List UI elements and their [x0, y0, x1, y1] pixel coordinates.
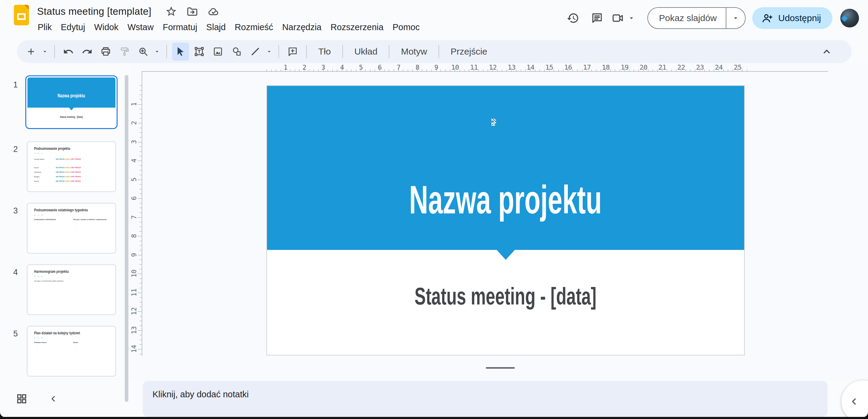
- add-comment-button[interactable]: [284, 42, 301, 61]
- slide-editor[interactable]: Nazwa projektu Status meeting - [data]: [267, 85, 745, 355]
- v-ruler-label: 9: [130, 251, 138, 259]
- status-row: Scope:ON TRACK / RISK / OFF TRACK: [34, 166, 81, 170]
- line-caret[interactable]: [265, 42, 274, 61]
- v-ruler-label: 2: [130, 119, 138, 127]
- insert-line-button[interactable]: [247, 42, 264, 61]
- menu-item-narzdzia[interactable]: Narzędzia: [278, 21, 326, 33]
- notes-placeholder: Kliknij, aby dodać notatki: [153, 389, 249, 399]
- accent-dashes: – – –: [34, 336, 43, 339]
- slide-number: 1: [13, 80, 18, 90]
- meet-camera-button[interactable]: [611, 12, 635, 24]
- v-ruler-label: 5: [130, 175, 138, 183]
- menu-item-wstaw[interactable]: Wstaw: [123, 21, 158, 33]
- vertical-ruler-line: [142, 71, 142, 356]
- menu-item-plik[interactable]: Plik: [33, 21, 56, 33]
- undo-button[interactable]: [60, 42, 77, 61]
- v-ruler-label: 1: [130, 100, 138, 108]
- theme-button[interactable]: Motyw: [394, 43, 434, 60]
- h-ruler-label: 7: [395, 64, 403, 71]
- slide-title-text[interactable]: Nazwa projektu: [409, 180, 602, 220]
- menu-item-widok[interactable]: Widok: [90, 21, 123, 33]
- menu-item-edytuj[interactable]: Edytuj: [56, 21, 90, 33]
- move-cursor-icon: [484, 118, 496, 131]
- present-button[interactable]: Pokaz slajdów: [648, 8, 726, 28]
- logo-fold: [24, 5, 29, 10]
- slide-subtitle-text[interactable]: Status meeting - [data]: [415, 283, 597, 309]
- filmstrip-scrollbar[interactable]: [125, 75, 128, 402]
- h-ruler-label: 4: [338, 64, 346, 71]
- h-ruler-label: 2: [301, 64, 308, 71]
- menu-item-rozmie[interactable]: Rozmieść: [230, 21, 278, 33]
- print-button[interactable]: [97, 42, 114, 61]
- insert-shape-button[interactable]: [228, 42, 245, 61]
- h-ruler-label: 17: [583, 64, 591, 71]
- account-avatar[interactable]: [840, 9, 859, 27]
- status-row: Schedule:ON TRACK / RISK / OFF TRACK: [34, 170, 81, 175]
- zoom-button[interactable]: [135, 42, 152, 61]
- horizontal-ruler-line: [142, 71, 828, 72]
- layout-button[interactable]: Układ: [347, 43, 385, 60]
- h-ruler-label: 21: [658, 64, 666, 71]
- new-slide-button[interactable]: [23, 42, 39, 61]
- text-box-button[interactable]: [191, 42, 208, 61]
- thumb-bullet: -: [76, 348, 113, 350]
- menu-item-rozszerzenia[interactable]: Rozszerzenia: [326, 21, 388, 33]
- thumb-title-band: [27, 78, 116, 108]
- redo-button[interactable]: [79, 42, 96, 61]
- menu-item-formatuj[interactable]: Formatuj: [158, 21, 202, 33]
- accent-dashes: – – –: [34, 275, 43, 278]
- thumb-col-header: Zrealizowane cele/działania:: [34, 218, 73, 220]
- person-add-icon: [761, 12, 773, 24]
- thumb-bullet: -: [76, 345, 113, 348]
- slides-logo-icon[interactable]: [14, 5, 29, 25]
- toolbar-separator: [342, 45, 343, 58]
- transition-button[interactable]: Przejście: [443, 43, 495, 60]
- h-ruler-label: 13: [508, 64, 516, 71]
- side-panel-toggle-button[interactable]: [841, 381, 868, 417]
- slide-canvas-area[interactable]: 1234567891011121314151617181920212223242…: [130, 63, 868, 381]
- h-ruler-label: 8: [413, 64, 421, 71]
- document-title[interactable]: Status meeting [template]: [37, 6, 151, 17]
- screen-bottom-edge: [0, 417, 868, 419]
- collapse-filmstrip-icon[interactable]: [49, 394, 58, 404]
- present-split-button: Pokaz slajdów: [647, 7, 746, 29]
- notes-resize-handle[interactable]: [486, 367, 515, 369]
- v-ruler-label: 10: [130, 270, 138, 278]
- star-icon[interactable]: [165, 5, 177, 18]
- toolbar: Tło Układ Motyw Przejście: [17, 40, 852, 63]
- h-ruler-label: 16: [564, 64, 572, 71]
- speaker-notes-panel[interactable]: Kliknij, aby dodać notatki: [143, 381, 828, 417]
- toolbar-separator: [166, 45, 167, 58]
- v-ruler-label: 4: [130, 157, 138, 164]
- present-options-caret[interactable]: [726, 8, 745, 28]
- h-ruler-label: 3: [319, 64, 327, 71]
- background-button[interactable]: Tło: [311, 43, 338, 60]
- collapse-toolbar-button[interactable]: [816, 40, 837, 63]
- h-ruler-label: 22: [677, 64, 685, 71]
- share-button[interactable]: Udostępnij: [752, 7, 832, 29]
- h-ruler-label: 12: [489, 64, 497, 71]
- cloud-saved-icon[interactable]: [207, 5, 220, 18]
- comments-icon[interactable]: [587, 8, 607, 28]
- version-history-icon[interactable]: [563, 8, 583, 28]
- paint-format-button[interactable]: [116, 42, 133, 61]
- zoom-caret[interactable]: [153, 42, 161, 61]
- menu-bar: PlikEdytujWidokWstawFormatujSlajdRozmieś…: [33, 21, 424, 33]
- h-ruler-label: 14: [527, 64, 534, 71]
- h-ruler-label: 24: [715, 64, 723, 71]
- select-tool-button[interactable]: [172, 42, 189, 61]
- move-to-folder-icon[interactable]: [186, 5, 198, 18]
- menu-item-slajd[interactable]: Slajd: [202, 21, 230, 33]
- grid-view-icon[interactable]: [16, 393, 28, 405]
- h-ruler-label: 20: [640, 64, 647, 71]
- insert-image-button[interactable]: [210, 42, 226, 61]
- accent-dashes: – – –: [34, 213, 43, 216]
- thumb-title: Podsumowanie projektu: [34, 146, 70, 151]
- status-rows: Overall status:ON TRACK / RISK / OFF TRA…: [34, 157, 81, 184]
- share-button-label: Udostępnij: [778, 13, 821, 23]
- menu-item-pomoc[interactable]: Pomoc: [388, 21, 424, 33]
- new-slide-caret[interactable]: [40, 42, 50, 61]
- h-ruler-label: 5: [357, 64, 365, 71]
- thumb-bullet: -: [37, 225, 73, 227]
- slide-title-band[interactable]: [267, 86, 744, 250]
